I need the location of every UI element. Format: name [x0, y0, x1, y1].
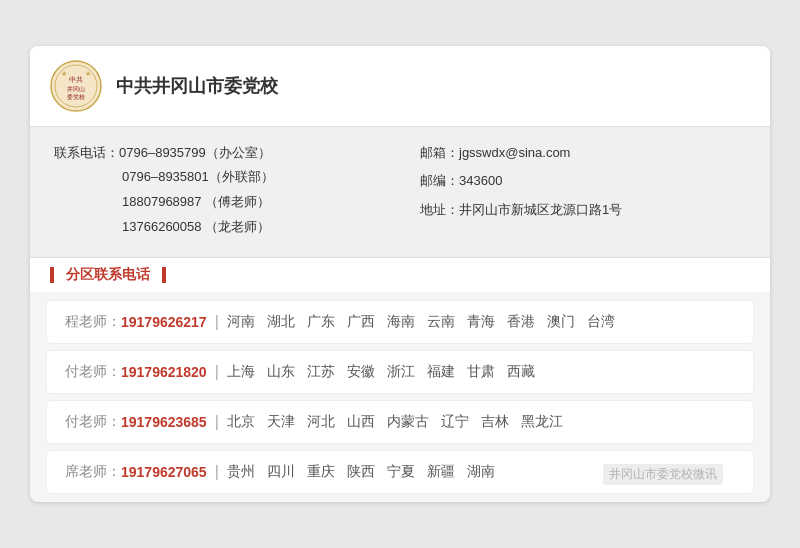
region-area: 福建: [427, 363, 455, 381]
zip-row: 邮编： 343600: [420, 169, 746, 194]
phone-2: 0796–8935801（外联部）: [122, 165, 274, 190]
address-row: 地址： 井冈山市新城区龙源口路1号: [420, 198, 746, 223]
region-area: 澳门: [547, 313, 575, 331]
teacher-phone: 19179627065: [121, 464, 207, 480]
email-row: 邮箱： jgsswdx@sina.com: [420, 141, 746, 166]
svg-text:中共: 中共: [69, 76, 83, 84]
teacher-phone: 19179626217: [121, 314, 207, 330]
divider-bar-left: [50, 267, 54, 283]
region-area: 广东: [307, 313, 335, 331]
teacher-name: 席老师：: [65, 463, 121, 481]
region-separator: |: [215, 413, 219, 431]
email-label: 邮箱：: [420, 141, 459, 166]
region-item: 付老师：19179621820|上海山东江苏安徽浙江福建甘肃西藏: [46, 350, 754, 394]
school-name: 中共井冈山市委党校: [116, 74, 278, 98]
teacher-name: 程老师：: [65, 313, 121, 331]
region-area: 香港: [507, 313, 535, 331]
region-area: 甘肃: [467, 363, 495, 381]
region-area: 西藏: [507, 363, 535, 381]
contact-right: 邮箱： jgsswdx@sina.com 邮编： 343600 地址： 井冈山市…: [420, 141, 746, 240]
region-areas: 贵州四川重庆陕西宁夏新疆湖南: [227, 463, 495, 481]
school-logo: 中共 井冈山 委党校 ★ ★: [50, 60, 102, 112]
region-item: 席老师：19179627065|贵州四川重庆陕西宁夏新疆湖南井冈山市委党校微讯: [46, 450, 754, 494]
region-area: 河南: [227, 313, 255, 331]
email-value: jgsswdx@sina.com: [459, 141, 570, 166]
region-area: 台湾: [587, 313, 615, 331]
region-area: 安徽: [347, 363, 375, 381]
region-separator: |: [215, 313, 219, 331]
region-area: 河北: [307, 413, 335, 431]
region-area: 陕西: [347, 463, 375, 481]
phone-row-1: 联系电话： 0796–8935799（办公室）: [54, 141, 380, 166]
address-value: 井冈山市新城区龙源口路1号: [459, 198, 622, 223]
region-area: 黑龙江: [521, 413, 563, 431]
teacher-name: 付老师：: [65, 413, 121, 431]
zip-label: 邮编：: [420, 169, 459, 194]
region-item: 付老师：19179623685|北京天津河北山西内蒙古辽宁吉林黑龙江: [46, 400, 754, 444]
phone-1: 0796–8935799（办公室）: [119, 141, 271, 166]
region-area: 新疆: [427, 463, 455, 481]
phone-row-4: 13766260058 （龙老师）: [54, 215, 380, 240]
region-area: 青海: [467, 313, 495, 331]
region-area: 浙江: [387, 363, 415, 381]
region-area: 辽宁: [441, 413, 469, 431]
svg-text:★: ★: [85, 70, 91, 77]
region-separator: |: [215, 463, 219, 481]
phone-row-3: 18807968987 （傅老师）: [54, 190, 380, 215]
svg-text:委党校: 委党校: [67, 93, 85, 100]
region-area: 内蒙古: [387, 413, 429, 431]
region-areas: 北京天津河北山西内蒙古辽宁吉林黑龙江: [227, 413, 563, 431]
zip-value: 343600: [459, 169, 502, 194]
region-area: 江苏: [307, 363, 335, 381]
region-areas: 河南湖北广东广西海南云南青海香港澳门台湾: [227, 313, 615, 331]
section-title: 分区联系电话: [60, 266, 156, 284]
header: 中共 井冈山 委党校 ★ ★ 中共井冈山市委党校: [30, 46, 770, 127]
divider-bar-right: [162, 267, 166, 283]
section-divider: 分区联系电话: [30, 258, 770, 292]
region-area: 贵州: [227, 463, 255, 481]
region-separator: |: [215, 363, 219, 381]
phone-4: 13766260058 （龙老师）: [122, 215, 270, 240]
region-area: 北京: [227, 413, 255, 431]
region-area: 宁夏: [387, 463, 415, 481]
region-area: 云南: [427, 313, 455, 331]
main-card: 中共 井冈山 委党校 ★ ★ 中共井冈山市委党校 联系电话： 0796–8935…: [30, 46, 770, 503]
teacher-phone: 19179623685: [121, 414, 207, 430]
region-area: 吉林: [481, 413, 509, 431]
svg-text:井冈山: 井冈山: [67, 86, 85, 92]
region-area: 天津: [267, 413, 295, 431]
region-area: 重庆: [307, 463, 335, 481]
region-area: 山西: [347, 413, 375, 431]
phone-3: 18807968987 （傅老师）: [122, 190, 270, 215]
region-area: 湖南: [467, 463, 495, 481]
svg-text:★: ★: [61, 70, 67, 77]
region-area: 上海: [227, 363, 255, 381]
region-area: 山东: [267, 363, 295, 381]
region-area: 湖北: [267, 313, 295, 331]
teacher-phone: 19179621820: [121, 364, 207, 380]
phone-row-2: 0796–8935801（外联部）: [54, 165, 380, 190]
phone-label: 联系电话：: [54, 141, 119, 166]
watermark: 井冈山市委党校微讯: [603, 464, 723, 485]
teacher-name: 付老师：: [65, 363, 121, 381]
region-item: 程老师：19179626217|河南湖北广东广西海南云南青海香港澳门台湾: [46, 300, 754, 344]
region-list: 程老师：19179626217|河南湖北广东广西海南云南青海香港澳门台湾付老师：…: [30, 292, 770, 502]
region-area: 海南: [387, 313, 415, 331]
address-label: 地址：: [420, 198, 459, 223]
region-area: 四川: [267, 463, 295, 481]
contact-left: 联系电话： 0796–8935799（办公室） 0796–8935801（外联部…: [54, 141, 380, 240]
region-areas: 上海山东江苏安徽浙江福建甘肃西藏: [227, 363, 535, 381]
contact-section: 联系电话： 0796–8935799（办公室） 0796–8935801（外联部…: [30, 127, 770, 259]
region-area: 广西: [347, 313, 375, 331]
